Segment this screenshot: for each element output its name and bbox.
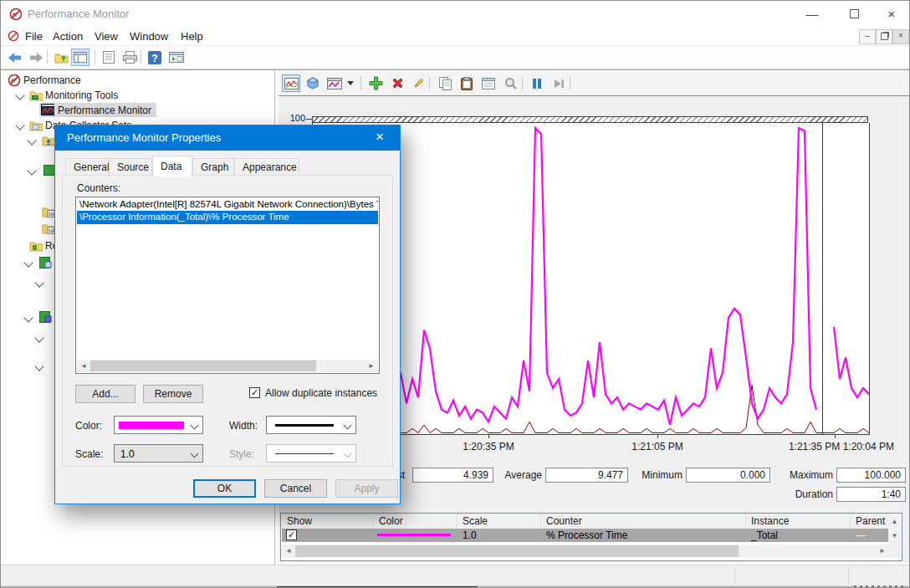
print-button[interactable] bbox=[120, 49, 139, 66]
close-button[interactable]: × bbox=[872, 1, 910, 28]
chevron-down-icon[interactable] bbox=[34, 361, 43, 371]
scale-combobox[interactable]: 1.0 bbox=[114, 444, 203, 463]
new-window-button[interactable] bbox=[167, 49, 186, 66]
legend-header-counter[interactable]: Counter bbox=[541, 514, 746, 529]
ok-button[interactable]: OK bbox=[193, 479, 256, 498]
graph-toolbar bbox=[279, 71, 910, 96]
width-combobox[interactable] bbox=[266, 416, 356, 434]
tab-general[interactable]: General bbox=[65, 158, 109, 176]
folder-up-button[interactable] bbox=[52, 49, 70, 66]
legend-header-scale[interactable]: Scale bbox=[458, 514, 541, 529]
freeze-display-button[interactable] bbox=[528, 74, 546, 92]
chevron-down-icon[interactable] bbox=[34, 278, 43, 287]
delete-counter-button[interactable] bbox=[388, 74, 406, 92]
change-graph-type-button[interactable] bbox=[325, 74, 344, 92]
menu-view[interactable]: View bbox=[91, 29, 121, 43]
properties-button[interactable] bbox=[479, 74, 498, 92]
color-swatch bbox=[119, 422, 184, 429]
x-axis-tick bbox=[488, 435, 489, 438]
menu-file[interactable]: File bbox=[22, 29, 46, 43]
stat-maximum-label: Maximum bbox=[775, 469, 833, 481]
tree-item-monitoring-tools[interactable]: Monitoring Tools bbox=[45, 89, 118, 104]
legend-hscrollbar[interactable]: ◄ ► bbox=[282, 545, 889, 558]
counters-hscrollbar[interactable]: ◄ ► bbox=[77, 360, 378, 372]
time-indicator-line bbox=[822, 123, 823, 434]
add-button[interactable]: Add... bbox=[75, 385, 135, 403]
apply-button[interactable]: Apply bbox=[335, 479, 398, 498]
tree-item-performance[interactable]: Performance bbox=[23, 74, 81, 89]
add-counter-button[interactable] bbox=[366, 74, 385, 92]
menu-help[interactable]: Help bbox=[177, 29, 207, 43]
dialog-close-button[interactable]: × bbox=[363, 125, 396, 151]
back-button[interactable] bbox=[6, 49, 24, 66]
scroll-thumb[interactable] bbox=[295, 545, 739, 557]
x-tick-label: 1:21:05 PM bbox=[607, 441, 708, 453]
child-minimize-button[interactable]: – bbox=[859, 29, 876, 44]
scroll-left-icon[interactable]: ◄ bbox=[80, 360, 87, 373]
legend-row-instance[interactable]: _Total bbox=[746, 529, 851, 542]
folder-binary-icon: 10 bbox=[42, 205, 55, 218]
show-console-tree-button[interactable] bbox=[71, 49, 89, 66]
copy-properties-button[interactable] bbox=[436, 74, 454, 92]
cancel-button[interactable]: Cancel bbox=[264, 479, 327, 498]
legend-vscrollbar[interactable]: ▲ ▼ bbox=[888, 514, 901, 558]
legend-row-parent[interactable]: --- bbox=[851, 529, 889, 542]
chart-window-icon bbox=[41, 104, 54, 117]
minimize-button[interactable]: — bbox=[793, 1, 831, 28]
legend-header-show[interactable]: Show bbox=[282, 514, 374, 529]
legend-row-show[interactable]: ✓ bbox=[282, 529, 374, 542]
child-close-button[interactable]: × bbox=[892, 29, 909, 44]
legend-row-color[interactable] bbox=[374, 529, 458, 542]
counter-item-processor[interactable]: \Processor Information(_Total)\% Process… bbox=[77, 211, 378, 224]
tab-graph[interactable]: Graph bbox=[192, 158, 234, 176]
graph-type-dropdown[interactable] bbox=[345, 74, 355, 92]
color-combobox[interactable] bbox=[114, 416, 203, 434]
maximize-button[interactable] bbox=[835, 1, 873, 28]
counters-list[interactable]: \Network Adapter(Intel[R] 82574L Gigabit… bbox=[75, 197, 380, 374]
scroll-up-icon[interactable]: ▲ bbox=[888, 514, 901, 525]
counter-item-network[interactable]: \Network Adapter(Intel[R] 82574L Gigabit… bbox=[77, 198, 378, 212]
zoom-button[interactable] bbox=[501, 74, 519, 92]
tab-data[interactable]: Data bbox=[152, 156, 192, 176]
scroll-right-icon[interactable]: ► bbox=[368, 360, 375, 373]
scroll-thumb[interactable] bbox=[90, 360, 316, 371]
export-list-button[interactable] bbox=[100, 49, 118, 66]
folder-reports-icon bbox=[29, 239, 43, 253]
scroll-down-icon[interactable]: ▼ bbox=[888, 525, 901, 539]
highlight-button[interactable] bbox=[409, 74, 427, 92]
chevron-down-icon[interactable] bbox=[27, 135, 36, 145]
help-button[interactable]: ? bbox=[146, 49, 164, 66]
scroll-left-icon[interactable]: ◄ bbox=[285, 545, 292, 558]
update-data-button[interactable] bbox=[550, 74, 568, 92]
menu-window[interactable]: Window bbox=[126, 29, 171, 43]
scroll-right-icon[interactable]: ► bbox=[879, 545, 886, 558]
chevron-down-icon[interactable] bbox=[23, 258, 33, 267]
dialog-titlebar[interactable]: Performance Monitor Properties × bbox=[55, 125, 400, 151]
view-current-activity-button[interactable] bbox=[282, 74, 300, 92]
child-restore-button[interactable] bbox=[876, 29, 892, 44]
paste-counter-list-button[interactable] bbox=[458, 74, 476, 92]
tab-source[interactable]: Source bbox=[109, 158, 152, 176]
show-checkbox[interactable]: ✓ bbox=[286, 529, 297, 540]
legend-row-scale[interactable]: 1.0 bbox=[458, 529, 541, 542]
view-log-data-button[interactable] bbox=[304, 74, 322, 92]
style-line-sample bbox=[275, 453, 334, 454]
legend-header-instance[interactable]: Instance bbox=[746, 514, 851, 529]
allow-duplicates-checkbox[interactable]: ✓ bbox=[249, 387, 260, 398]
counter-color-line bbox=[377, 534, 451, 536]
tab-appearance[interactable]: Appearance bbox=[234, 158, 299, 176]
legend-header-parent[interactable]: Parent bbox=[851, 514, 889, 529]
menu-action[interactable]: Action bbox=[49, 29, 86, 43]
chevron-down-icon[interactable] bbox=[23, 313, 33, 322]
chevron-down-icon[interactable] bbox=[15, 120, 24, 130]
chevron-down-icon[interactable] bbox=[15, 90, 24, 100]
chevron-down-icon[interactable] bbox=[34, 333, 43, 342]
remove-button[interactable]: Remove bbox=[143, 385, 203, 403]
tree-item-performance-monitor[interactable]: Performance Monitor bbox=[58, 105, 151, 119]
line-chart-icon bbox=[284, 78, 299, 89]
legend-header-color[interactable]: Color bbox=[374, 514, 458, 529]
chevron-down-icon[interactable] bbox=[27, 166, 36, 175]
forward-button[interactable] bbox=[27, 49, 45, 66]
style-combobox[interactable] bbox=[266, 444, 356, 463]
legend-row-counter[interactable]: % Processor Time bbox=[541, 529, 746, 542]
